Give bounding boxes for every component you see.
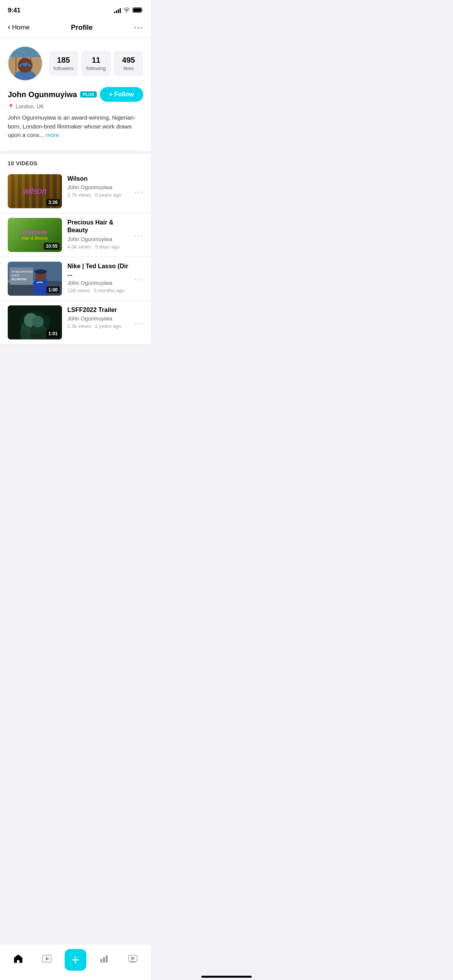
video-title: Nike | Ted Lasso (Dir ... — [67, 262, 129, 279]
video-stats: 128 views · 5 months ago — [67, 288, 129, 293]
video-meta: Precious Hair & Beauty John Ogunmuyiwa 4… — [67, 218, 129, 250]
video-meta: Wilson John Ogunmuyiwa 1.7k views · 5 ye… — [67, 174, 129, 198]
likes-stat[interactable]: 495 likes — [114, 51, 143, 76]
likes-count: 495 — [117, 56, 140, 65]
video-title: Precious Hair & Beauty — [67, 219, 129, 235]
status-bar: 9:41 — [0, 0, 151, 19]
video-more-button[interactable]: ··· — [134, 230, 143, 240]
video-stats: 1.3k views · 2 years ago — [67, 323, 129, 329]
video-more-button[interactable]: ··· — [134, 186, 143, 196]
location-icon: 📍 — [8, 104, 14, 110]
video-stats: 1.7k views · 5 years ago — [67, 192, 129, 198]
video-author: John Ogunmuyiwa — [67, 315, 129, 322]
nav-bar: ‹ Home Profile ··· — [0, 19, 151, 38]
video-item[interactable]: wilson 3:26 Wilson John Ogunmuyiwa 1.7k … — [0, 170, 151, 213]
svg-point-20 — [34, 269, 47, 274]
location-text: London, UK — [15, 103, 44, 110]
video-author: John Ogunmuyiwa — [67, 184, 129, 190]
signal-icon — [114, 8, 121, 13]
profile-name-row: John Ogunmuyiwa PLUS + Follow — [8, 87, 143, 102]
precious-thumb-sub: Hair & Beauty — [22, 236, 48, 240]
videos-section: 10 VIDEOS wilson 3:26 Wilson John Ogunmu… — [0, 154, 151, 344]
profile-location: 📍 London, UK — [8, 103, 143, 110]
video-item[interactable]: TO NELSON ROAD A.F.C RICHMOND 1:0 — [0, 257, 151, 301]
video-thumbnail: TO NELSON ROAD A.F.C RICHMOND 1:0 — [8, 262, 62, 296]
videos-header: 10 VIDEOS — [0, 154, 151, 170]
profile-name: John Ogunmuyiwa PLUS — [8, 90, 97, 99]
battery-icon — [132, 7, 143, 14]
video-duration: 1:01 — [46, 330, 60, 337]
video-item[interactable]: 1:01 LSFF2022 Trailer John Ogunmuyiwa 1.… — [0, 301, 151, 344]
followers-label: followers — [52, 65, 75, 71]
back-button[interactable]: ‹ Home — [8, 23, 30, 32]
svg-point-26 — [19, 311, 50, 334]
video-author: John Ogunmuyiwa — [67, 280, 129, 286]
avatar — [8, 46, 43, 81]
video-author: John Ogunmuyiwa — [67, 236, 129, 242]
video-thumbnail: wilson 3:26 — [8, 174, 62, 208]
video-more-button[interactable]: ··· — [134, 317, 143, 327]
video-stats: 4.0k views · 5 days ago — [67, 244, 129, 250]
plus-badge: PLUS — [80, 91, 97, 98]
svg-text:A.F.C: A.F.C — [12, 274, 19, 277]
video-thumbnail: Precious Hair & Beauty 10:55 — [8, 218, 62, 252]
likes-label: likes — [117, 65, 140, 71]
video-list: wilson 3:26 Wilson John Ogunmuyiwa 1.7k … — [0, 170, 151, 344]
bio-text: John Ogunmuyiwa is an award-winning, Nig… — [8, 114, 136, 138]
video-duration: 3:26 — [46, 199, 60, 206]
wilson-thumb-text: wilson — [23, 186, 46, 196]
status-time: 9:41 — [8, 7, 21, 14]
svg-text:TO NELSON ROAD: TO NELSON ROAD — [12, 271, 33, 273]
svg-rect-1 — [133, 8, 141, 12]
following-label: following — [84, 65, 108, 71]
precious-thumb-text: Precious — [22, 229, 48, 236]
video-duration: 1:00 — [46, 286, 60, 293]
wifi-icon — [123, 7, 130, 14]
video-title: LSFF2022 Trailer — [67, 306, 129, 314]
back-label: Home — [12, 24, 29, 31]
video-meta: LSFF2022 Trailer John Ogunmuyiwa 1.3k vi… — [67, 305, 129, 329]
stats-row: 185 followers 11 following 495 likes — [49, 51, 143, 76]
follow-button[interactable]: + Follow — [100, 87, 143, 102]
chevron-left-icon: ‹ — [8, 22, 10, 32]
bio-more-link[interactable]: more — [46, 132, 59, 138]
followers-count: 185 — [52, 56, 75, 65]
following-count: 11 — [84, 56, 108, 65]
video-item[interactable]: Precious Hair & Beauty 10:55 Precious Ha… — [0, 213, 151, 257]
video-more-button[interactable]: ··· — [134, 273, 143, 284]
profile-divider — [8, 151, 143, 151]
profile-section: 185 followers 11 following 495 likes Joh… — [0, 38, 151, 151]
profile-info: John Ogunmuyiwa PLUS + Follow 📍 London, … — [8, 87, 143, 144]
profile-top: 185 followers 11 following 495 likes — [8, 46, 143, 81]
followers-stat[interactable]: 185 followers — [49, 51, 78, 76]
video-duration: 10:55 — [44, 243, 60, 250]
more-button[interactable]: ··· — [134, 22, 143, 33]
page-title: Profile — [71, 24, 93, 32]
following-stat[interactable]: 11 following — [81, 51, 111, 76]
svg-point-9 — [22, 65, 23, 67]
video-title: Wilson — [67, 175, 129, 183]
profile-bio: John Ogunmuyiwa is an award-winning, Nig… — [8, 113, 143, 140]
svg-text:RICHMOND: RICHMOND — [12, 278, 27, 281]
svg-point-10 — [27, 65, 29, 67]
video-thumbnail: 1:01 — [8, 305, 62, 339]
name-text: John Ogunmuyiwa — [8, 90, 77, 99]
video-meta: Nike | Ted Lasso (Dir ... John Ogunmuyiw… — [67, 262, 129, 294]
status-icons — [114, 7, 143, 14]
